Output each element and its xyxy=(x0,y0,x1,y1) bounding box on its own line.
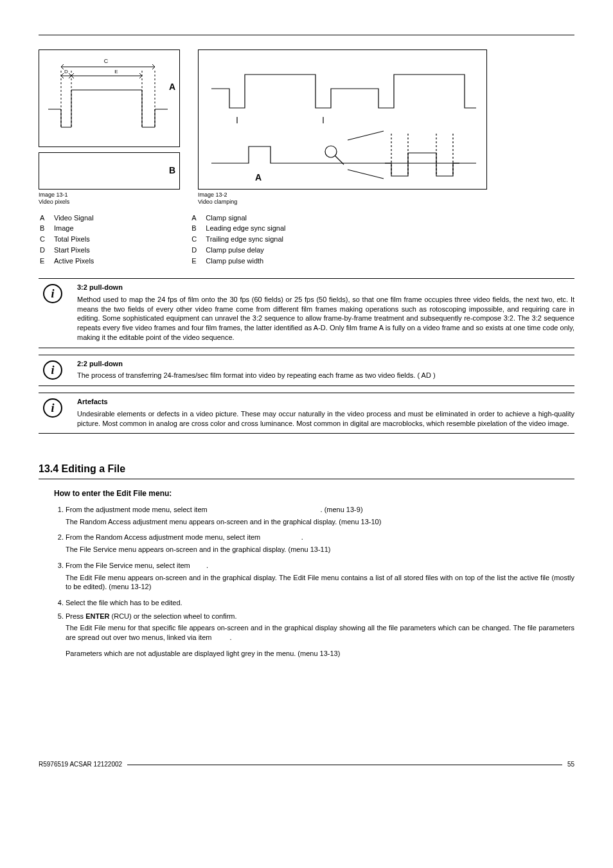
page-footer: R5976519 ACSAR 12122002 55 xyxy=(39,760,574,768)
step-4: Select the file which has to be edited. xyxy=(66,598,574,608)
top-rule xyxy=(39,35,574,35)
note-body: Method used to map the 24 fps of film on… xyxy=(77,295,574,342)
step-enter: ENTER xyxy=(85,612,109,620)
note-artefacts: i Artefacts Undesirable elements or defe… xyxy=(39,393,574,434)
legend-key: E xyxy=(191,256,204,266)
step-dot: . xyxy=(301,533,303,541)
note-title: Artefacts xyxy=(77,397,574,407)
legend-row: AVideo Signal BImage CTotal Pixels DStar… xyxy=(39,212,574,267)
note-body: The process of transferring 24-frames/se… xyxy=(77,371,574,380)
figure-left-label-a: A xyxy=(169,81,175,93)
section-heading: 13.4 Editing a File xyxy=(39,462,574,475)
figure-right-id: Image 13-2 xyxy=(198,191,227,198)
info-icon: i xyxy=(39,359,67,380)
legend-key: D xyxy=(40,245,53,255)
legend-left: AVideo Signal BImage CTotal Pixels DStar… xyxy=(39,212,99,267)
figure-left: C D E A B Image 13-1 Video pixels xyxy=(39,49,180,206)
note-body: Undesirable elements or defects in a vid… xyxy=(77,409,574,428)
svg-line-16 xyxy=(348,131,384,140)
step-text: From the adjustment mode menu, select it… xyxy=(66,506,209,513)
svg-line-17 xyxy=(348,170,384,179)
video-pixels-diagram: C D E xyxy=(39,50,179,146)
step-result: Parameters which are not adjustable are … xyxy=(66,649,574,659)
step-3: From the File Service menu, select item … xyxy=(66,561,574,592)
svg-text:D: D xyxy=(64,69,68,75)
figure-left-box: C D E A xyxy=(39,49,180,147)
legend-key: E xyxy=(40,256,53,266)
figure-left-id: Image 13-1 xyxy=(39,191,68,198)
step-result: The File Service menu appears on-screen … xyxy=(66,545,574,554)
section-subhead: How to enter the Edit File menu: xyxy=(54,488,574,499)
step-text: From the File Service menu, select item xyxy=(66,562,192,569)
section-rule xyxy=(39,479,574,479)
legend-val: Video Signal xyxy=(54,213,98,223)
step-result: The Edit File menu appears on-screen and… xyxy=(66,573,574,592)
note-title: 2:2 pull-down xyxy=(77,359,574,369)
step-ref: . (menu 13-9) xyxy=(321,506,363,513)
step-result: The Edit File menu for that specific fil… xyxy=(66,624,574,641)
legend-val: Clamp pulse width xyxy=(206,256,289,266)
legend-val: Total Pixels xyxy=(54,235,98,244)
figure-left-title: Video pixels xyxy=(39,199,69,205)
step-5: Press ENTER (RCU) or the selection wheel… xyxy=(66,612,574,659)
legend-key: C xyxy=(191,235,204,244)
info-icon: i xyxy=(39,283,67,342)
figure-right-title: Video clamping xyxy=(198,199,237,205)
figure-right: A Image 13-2 Video clamping xyxy=(198,49,487,206)
step-dot: . xyxy=(230,633,232,641)
legend-val: Leading edge sync signal xyxy=(206,224,289,233)
figure-right-label-a: A xyxy=(255,172,262,184)
footer-line xyxy=(127,765,562,765)
svg-text:C: C xyxy=(104,58,109,64)
legend-val: Clamp signal xyxy=(206,213,289,223)
figure-right-caption: Image 13-2 Video clamping xyxy=(198,191,487,206)
legend-key: A xyxy=(191,213,204,223)
legend-key: B xyxy=(40,224,53,233)
note-title: 3:2 pull-down xyxy=(77,283,574,292)
svg-text:E: E xyxy=(114,69,118,75)
steps-list: From the adjustment mode menu, select it… xyxy=(54,505,574,659)
figure-left-label-b: B xyxy=(169,164,175,177)
step-text: Press xyxy=(66,612,85,620)
step-result: The Random Access adjustment menu appear… xyxy=(66,517,574,527)
legend-val: Active Pixels xyxy=(54,256,98,266)
figure-left-box-b: B xyxy=(39,152,180,190)
legend-val: Clamp pulse delay xyxy=(206,245,289,255)
info-icon: i xyxy=(39,397,67,428)
step-text: Select the file which has to be edited. xyxy=(66,599,182,607)
step-text: (RCU) or the selection wheel to confirm. xyxy=(109,612,236,620)
legend-key: A xyxy=(40,213,53,223)
step-dot: . xyxy=(206,562,208,569)
figures-row: C D E A B Image 13-1 Video pixels xyxy=(39,49,574,206)
legend-key: B xyxy=(191,224,204,233)
footer-doc: R5976519 ACSAR 12122002 xyxy=(39,760,122,768)
figure-left-caption: Image 13-1 Video pixels xyxy=(39,191,180,206)
step-2: From the Random Access adjustment mode m… xyxy=(66,533,574,554)
legend-val: Image xyxy=(54,224,98,233)
legend-val: Trailing edge sync signal xyxy=(206,235,289,244)
step-1: From the adjustment mode menu, select it… xyxy=(66,505,574,526)
footer-page: 55 xyxy=(567,760,574,768)
legend-val: Start Pixels xyxy=(54,245,98,255)
note-22-pulldown: i 2:2 pull-down The process of transferr… xyxy=(39,355,574,386)
figure-right-box: A xyxy=(198,49,487,190)
video-clamping-diagram xyxy=(199,50,486,189)
step-text: From the Random Access adjustment mode m… xyxy=(66,533,262,541)
note-32-pulldown: i 3:2 pull-down Method used to map the 2… xyxy=(39,278,574,348)
legend-right: AClamp signal BLeading edge sync signal … xyxy=(190,212,290,267)
legend-key: C xyxy=(40,235,53,244)
legend-key: D xyxy=(191,245,204,255)
